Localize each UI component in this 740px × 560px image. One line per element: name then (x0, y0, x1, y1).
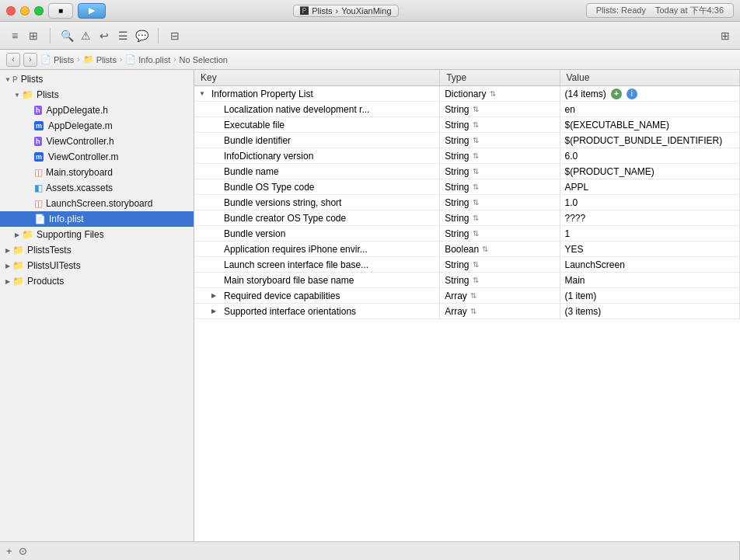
type-stepper-icon[interactable]: ⇅ (473, 276, 479, 284)
comment-button[interactable]: 💬 (133, 27, 150, 44)
sidebar-item-viewcontroller-m[interactable]: m ViewController.m (0, 149, 194, 165)
storyboard-icon: ◫ (34, 167, 43, 178)
sidebar-item-main-storyboard[interactable]: ◫ Main.storyboard (0, 165, 194, 180)
plist-type-cell: String⇅ (440, 148, 560, 164)
table-row[interactable]: Information Property ListDictionary⇅(14 … (194, 86, 740, 102)
sidebar-item-supporting-files[interactable]: 📁 Supporting Files (0, 227, 194, 242)
expand-icon (12, 230, 22, 239)
maximize-button[interactable] (34, 6, 44, 16)
nav-forward-button[interactable]: › (23, 53, 37, 67)
undo-button[interactable]: ↩ (96, 27, 113, 44)
inspector-button[interactable]: ⊞ (717, 27, 734, 44)
project-scheme[interactable]: 🅿 Plists › YouXianMing (293, 5, 398, 17)
table-row[interactable]: Bundle OS Type codeString⇅APPL (194, 179, 740, 195)
table-row[interactable]: Bundle nameString⇅$(PRODUCT_NAME) (194, 164, 740, 179)
run-button[interactable]: ▶ (78, 3, 106, 19)
close-button[interactable] (6, 6, 16, 16)
plist-key-cell: Launch screen interface file base... (194, 257, 440, 273)
plist-key-label: Executable file (224, 120, 284, 130)
type-stepper-icon[interactable]: ⇅ (473, 183, 479, 191)
list2-button[interactable]: ☰ (114, 27, 131, 44)
split-view-button[interactable]: ⊟ (166, 27, 183, 44)
breadcrumb-no-selection: No Selection (180, 55, 228, 64)
expand-triangle-icon[interactable] (211, 292, 221, 299)
sidebar-item-viewcontroller-h[interactable]: h ViewController.h (0, 134, 194, 149)
list-button[interactable]: ⊞ (25, 27, 42, 44)
plist-type-label: Boolean (445, 244, 479, 255)
sidebar-item-info-plist-label: Info.plist (49, 214, 84, 224)
sidebar-item-plists-root[interactable]: P Plists (0, 71, 194, 87)
breadcrumb-plists-1[interactable]: 📄 Plists (40, 54, 74, 64)
plist-key-label: Supported interface orientations (224, 306, 356, 317)
sidebar-item-main-storyboard-label: Main.storyboard (46, 167, 113, 178)
type-stepper-icon[interactable]: ⇅ (473, 167, 479, 176)
type-stepper-icon[interactable]: ⇅ (473, 105, 479, 113)
sidebar-item-appdelegate-m[interactable]: m AppDelegate.m (0, 118, 194, 134)
sidebar-item-assets[interactable]: ◧ Assets.xcassets (0, 180, 194, 196)
table-row[interactable]: Bundle identifierString⇅$(PRODUCT_BUNDLE… (194, 133, 740, 148)
table-row[interactable]: Bundle versions string, shortString⇅1.0 (194, 195, 740, 210)
breadcrumb-plists-2[interactable]: 📁 Plists (83, 54, 117, 64)
plist-table-header: Key Type Value (194, 70, 740, 86)
type-stepper-icon[interactable]: ⇅ (473, 120, 479, 129)
plist-value-cell: LaunchScreen (560, 257, 740, 273)
warning-button[interactable]: ⚠ (77, 27, 94, 44)
search-button[interactable]: 🔍 (58, 27, 75, 44)
type-stepper-icon[interactable]: ⇅ (473, 260, 479, 269)
breadcrumb-info-plist[interactable]: 📄 Info.plist (125, 54, 170, 64)
table-row[interactable]: Launch screen interface file base...Stri… (194, 257, 740, 273)
plist-key-label: Localization native development r... (224, 104, 369, 115)
plist-key-label: Required device capabilities (224, 290, 340, 301)
minimize-button[interactable] (20, 6, 30, 16)
nav-back-button[interactable]: ‹ (6, 53, 20, 67)
plist-type-cell: String⇅ (440, 210, 560, 226)
type-stepper-icon[interactable]: ⇅ (470, 291, 476, 300)
type-stepper-icon[interactable]: ⇅ (473, 214, 479, 222)
plist-type-cell: Array⇅ (440, 288, 560, 304)
type-stepper-icon[interactable]: ⇅ (470, 307, 476, 315)
add-row-button[interactable]: + (611, 89, 622, 99)
folder-toggle-button[interactable]: ≡ (6, 27, 23, 44)
table-row[interactable]: Main storyboard file base nameString⇅Mai… (194, 273, 740, 288)
bc-arrow-3: › (173, 55, 176, 64)
plist-type-cell: String⇅ (440, 195, 560, 210)
info-button[interactable]: i (627, 89, 637, 99)
plist-type-label: Array (445, 290, 467, 301)
sidebar-item-launchscreen[interactable]: ◫ LaunchScreen.storyboard (0, 196, 194, 211)
plist-value-label: $(PRODUCT_NAME) (565, 166, 654, 177)
type-stepper-icon[interactable]: ⇅ (490, 89, 496, 98)
table-row[interactable]: Bundle versionString⇅1 (194, 226, 740, 242)
table-row[interactable]: Localization native development r...Stri… (194, 102, 740, 117)
plist-type-label: String (445, 197, 469, 208)
table-row[interactable]: Supported interface orientationsArray⇅(3… (194, 304, 740, 319)
table-row[interactable]: Required device capabilitiesArray⇅(1 ite… (194, 288, 740, 304)
sidebar-item-products[interactable]: 📁 Products (0, 273, 194, 289)
breadcrumb-plists-1-label: Plists (54, 55, 74, 64)
sidebar-item-plists-tests-label: PlistsTests (27, 245, 72, 256)
folder-icon: 📁 (12, 276, 24, 287)
sidebar-item-info-plist[interactable]: 📄 Info.plist (0, 211, 194, 227)
stop-button[interactable]: ■ (48, 3, 73, 19)
table-row[interactable]: Bundle creator OS Type codeString⇅???? (194, 210, 740, 226)
type-stepper-icon[interactable]: ⇅ (473, 198, 479, 207)
table-row[interactable]: InfoDictionary versionString⇅6.0 (194, 148, 740, 164)
sidebar-item-plists-tests[interactable]: 📁 PlistsTests (0, 242, 194, 258)
sidebar-item-plists-ui-tests[interactable]: 📁 PlistsUITests (0, 258, 194, 273)
expand-triangle-icon[interactable] (211, 308, 221, 315)
expand-triangle-icon[interactable] (199, 90, 208, 97)
add-file-button[interactable]: + (6, 545, 12, 557)
table-row[interactable]: Executable fileString⇅$(EXECUTABLE_NAME) (194, 117, 740, 133)
plist-file-icon: 📄 (125, 54, 136, 64)
toolbar-separator-1 (50, 28, 51, 43)
plist-value-cell: (3 items) (560, 304, 740, 319)
type-stepper-icon[interactable]: ⇅ (473, 151, 479, 160)
filter-button[interactable]: ⊙ (19, 545, 27, 557)
expand-icon (3, 277, 12, 286)
sidebar-item-plists-folder[interactable]: 📁 Plists (0, 87, 194, 103)
type-stepper-icon[interactable]: ⇅ (473, 229, 479, 238)
table-row[interactable]: Application requires iPhone envir...Bool… (194, 242, 740, 257)
plist-value-cell: APPL (560, 179, 740, 195)
type-stepper-icon[interactable]: ⇅ (473, 136, 479, 144)
type-stepper-icon[interactable]: ⇅ (482, 245, 488, 253)
sidebar-item-appdelegate-h[interactable]: h AppDelegate.h (0, 103, 194, 118)
